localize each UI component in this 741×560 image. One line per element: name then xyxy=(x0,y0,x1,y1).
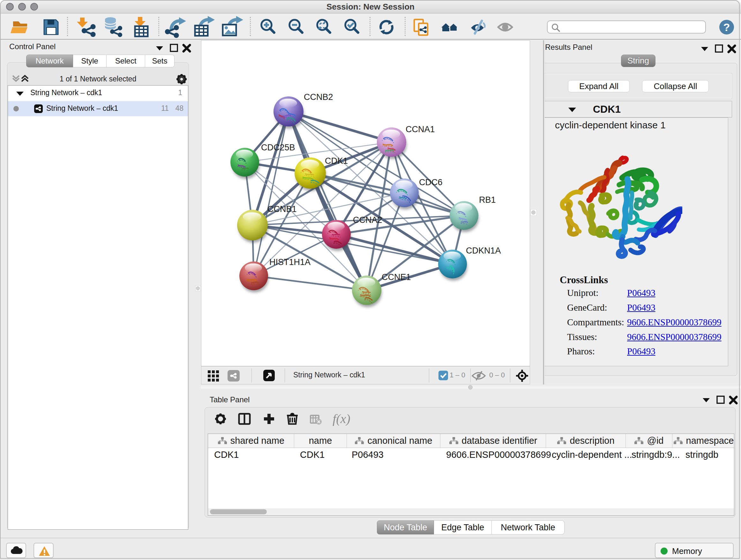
svg-text:CCNA1: CCNA1 xyxy=(406,125,435,134)
svg-text:CDC25B: CDC25B xyxy=(261,143,295,152)
svg-text:CDK1: CDK1 xyxy=(325,156,348,166)
svg-text:?: ? xyxy=(724,21,730,33)
svg-text:CCNB1: CCNB1 xyxy=(267,204,297,214)
svg-text:CCNE1: CCNE1 xyxy=(382,272,411,282)
svg-text:CDC6: CDC6 xyxy=(419,178,443,187)
svg-text:HIST1H1A: HIST1H1A xyxy=(269,257,311,267)
svg-text:f(x): f(x) xyxy=(333,412,350,426)
svg-text:RB1: RB1 xyxy=(479,195,496,205)
svg-text:CCNB2: CCNB2 xyxy=(304,92,333,102)
svg-text:CCNA2: CCNA2 xyxy=(353,215,382,225)
svg-text:CDKN1A: CDKN1A xyxy=(466,246,501,255)
